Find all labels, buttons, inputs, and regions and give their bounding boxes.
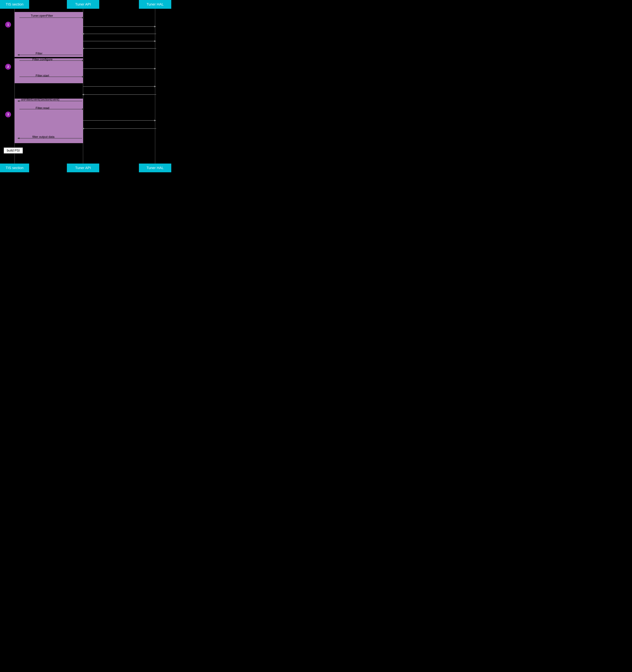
svg-rect-3 <box>15 12 83 57</box>
svg-marker-32 <box>82 108 84 110</box>
svg-marker-34 <box>154 120 156 121</box>
svg-marker-22 <box>154 68 156 70</box>
diagram-svg <box>0 9 172 164</box>
sequence-area: Tuner.openFilter Filter Filter.configure… <box>0 9 172 164</box>
footer-bar: TIS section Tuner API Tuner HAL <box>0 164 172 172</box>
label-filter-start: Filter.start <box>35 74 49 77</box>
build-psi-box: build PSI <box>4 147 23 154</box>
label-filter-output: filter output data <box>32 135 54 139</box>
header-tis: TIS section <box>0 0 29 9</box>
svg-marker-38 <box>17 138 19 139</box>
svg-marker-24 <box>82 76 84 77</box>
step-1: 1 <box>5 22 11 27</box>
svg-marker-11 <box>82 33 84 35</box>
footer-tuner-hal: Tuner HAL <box>139 164 171 172</box>
svg-marker-28 <box>82 94 84 95</box>
label-filter-configure: Filter.configure <box>32 58 53 61</box>
svg-marker-30 <box>17 100 19 102</box>
label-tuner-open-filter: Tuner.openFilter <box>31 14 53 18</box>
label-on-filter-event: onFilterEvent(SectionEvent) <box>21 98 59 101</box>
diagram-container: TIS section Tuner API Tuner HAL <box>0 0 172 172</box>
svg-marker-9 <box>154 26 156 27</box>
header-tuner-api: Tuner API <box>67 0 99 9</box>
header-bar: TIS section Tuner API Tuner HAL <box>0 0 172 9</box>
step-2: 2 <box>5 64 11 70</box>
header-tuner-hal: Tuner HAL <box>139 0 171 9</box>
svg-marker-15 <box>82 48 84 49</box>
svg-marker-36 <box>82 128 84 129</box>
svg-marker-17 <box>17 54 19 56</box>
svg-marker-20 <box>82 60 84 62</box>
svg-marker-26 <box>154 86 156 87</box>
svg-marker-7 <box>82 17 84 19</box>
footer-tis: TIS section <box>0 164 29 172</box>
footer-tuner-api: Tuner API <box>67 164 99 172</box>
step-3: 3 <box>5 112 11 117</box>
label-filter-read: Filter.read <box>35 106 49 110</box>
label-filter: Filter <box>35 52 42 55</box>
svg-rect-4 <box>15 58 83 83</box>
svg-marker-13 <box>154 40 156 42</box>
